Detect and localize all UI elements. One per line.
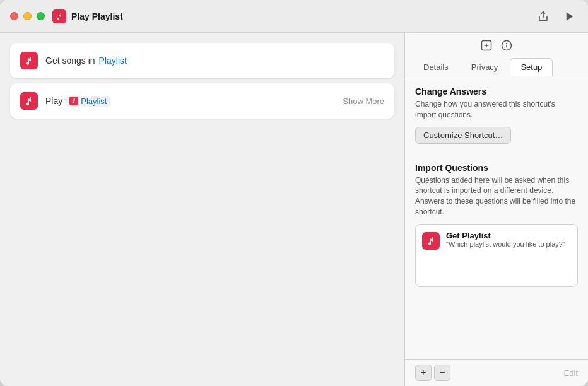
change-answers-desc: Change how you answered this shortcut's … [415, 99, 578, 120]
import-questions-section: Import Questions Questions added here wi… [415, 163, 578, 287]
info-button[interactable] [500, 39, 513, 52]
get-songs-action: Get songs in Playlist [10, 43, 394, 78]
close-button[interactable] [10, 12, 18, 20]
playlist-badge[interactable]: Playlist [66, 96, 110, 107]
app-icon [52, 9, 66, 23]
badge-label: Playlist [81, 96, 107, 106]
titlebar-actions [535, 8, 578, 25]
change-answers-title: Change Answers [415, 86, 578, 96]
import-item-icon [422, 232, 440, 250]
import-questions-area: Get Playlist "Which playlist would you l… [415, 224, 578, 287]
play-label: Play [45, 96, 62, 106]
add-remove-group: + − [415, 365, 450, 381]
get-songs-text: Get songs in Playlist [45, 56, 384, 66]
minimize-button[interactable] [23, 12, 32, 20]
setup-content: Change Answers Change how you answered t… [405, 76, 588, 359]
edit-button[interactable]: Edit [564, 368, 578, 378]
left-panel: Get songs in Playlist Play [0, 33, 405, 386]
add-question-button[interactable]: + [415, 365, 432, 381]
get-songs-link[interactable]: Playlist [99, 56, 127, 66]
import-item-text: Get Playlist "Which playlist would you l… [446, 231, 565, 248]
right-panel-top-icons [405, 33, 588, 52]
import-item-title: Get Playlist [446, 231, 565, 240]
svg-marker-1 [567, 12, 573, 21]
maximize-button[interactable] [37, 12, 45, 20]
titlebar: Play Playlist [0, 0, 588, 33]
tab-details[interactable]: Details [413, 58, 459, 76]
show-more-label[interactable]: Show More [343, 96, 384, 106]
get-songs-label: Get songs in [45, 56, 95, 66]
app-window: Play Playlist [0, 0, 588, 386]
import-question-item: Get Playlist "Which playlist would you l… [422, 231, 571, 250]
share-button[interactable] [535, 8, 551, 25]
get-songs-icon [20, 52, 38, 69]
badge-music-icon [69, 96, 78, 105]
import-questions-title: Import Questions [415, 163, 578, 173]
window-title: Play Playlist [71, 11, 535, 21]
tabs: Details Privacy Setup [405, 52, 588, 76]
right-panel: Details Privacy Setup Change Answers Cha… [405, 33, 588, 386]
add-to-library-button[interactable] [480, 39, 493, 52]
play-action-icon [20, 92, 38, 110]
main-content: Get songs in Playlist Play [0, 33, 588, 386]
play-action: Play Playlist Show More [10, 83, 394, 119]
play-action-text: Play Playlist [45, 96, 343, 107]
bottom-actions: + − Edit [405, 359, 588, 386]
remove-question-button[interactable]: − [434, 365, 450, 381]
change-answers-section: Change Answers Change how you answered t… [415, 86, 578, 155]
customize-shortcut-button[interactable]: Customize Shortcut… [415, 127, 511, 144]
import-questions-desc: Questions added here will be asked when … [415, 175, 578, 218]
import-item-subtitle: "Which playlist would you like to play?" [446, 240, 565, 248]
traffic-lights [10, 12, 45, 20]
play-button[interactable] [562, 8, 578, 25]
tab-privacy[interactable]: Privacy [461, 58, 509, 76]
tab-setup[interactable]: Setup [510, 58, 553, 76]
